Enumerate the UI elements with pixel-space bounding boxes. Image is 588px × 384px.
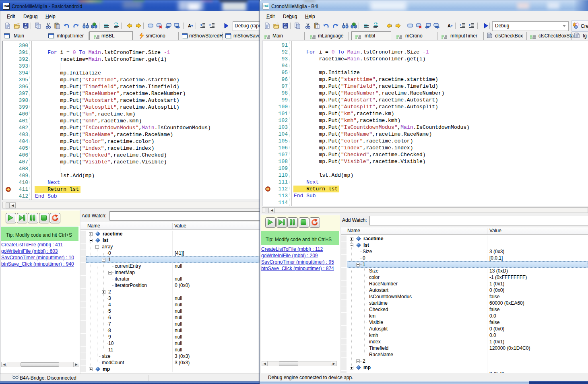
svg-text:A: A — [188, 23, 191, 28]
svg-text:A: A — [448, 23, 451, 28]
